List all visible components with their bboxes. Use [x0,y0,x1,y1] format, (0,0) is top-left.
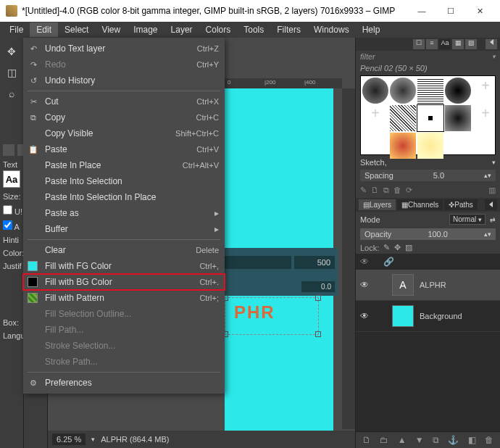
lock-pixels-icon[interactable]: ✎ [383,243,390,252]
menu-stroke-selection[interactable]: Stroke Selection... [23,338,225,354]
tab-gradients-icon[interactable]: ≡ [426,39,438,49]
menu-edit[interactable]: Edit [30,22,58,37]
font-size-field[interactable]: 500 [294,256,335,269]
spacing-stepper-icon[interactable]: ▴▾ [484,172,491,179]
lower-layer-icon[interactable]: ▼ [415,435,424,445]
raise-layer-icon[interactable]: ▲ [398,435,407,445]
mask-layer-icon[interactable]: ◧ [468,435,476,445]
use-editor-checkbox[interactable] [3,205,12,215]
opacity-stepper-icon[interactable]: ▴▾ [484,231,491,238]
mode-select[interactable]: Normal ▾ [449,214,486,225]
brush-thumb-selected[interactable] [417,105,443,131]
close-button[interactable]: ✕ [465,0,494,22]
zoom-field[interactable]: 6.25 % [52,434,86,445]
font-preview[interactable]: Aa [3,170,20,188]
menu-fill-path[interactable]: Fill Path... [23,322,225,338]
eye-icon[interactable]: 👁 [360,311,370,321]
menu-redo[interactable]: ↷RedoCtrl+Y [23,57,225,72]
brush-add-icon[interactable]: + [472,105,499,131]
merge-layer-icon[interactable]: ⚓ [448,435,459,445]
crop-tool-icon[interactable]: ◫ [1,62,22,83]
menu-undo-history[interactable]: ↺Undo History [23,72,225,88]
move-tool-icon[interactable]: ✥ [1,41,22,62]
menu-paste-into-selection-in-place[interactable]: Paste Into Selection In Place [23,189,225,205]
layer-group-icon[interactable]: 🗀 [380,435,388,445]
menu-copy[interactable]: ⧉CopyCtrl+C [23,109,225,125]
brush-add-icon[interactable]: + [362,105,388,131]
menu-paste-as[interactable]: Paste as▸ [23,205,225,221]
mode-switch-icon[interactable]: ⇄ [490,216,496,223]
brush-thumb[interactable] [417,78,443,104]
refresh-brush-icon[interactable]: ⟳ [406,186,412,195]
minimize-button[interactable]: — [407,0,436,22]
menu-preferences[interactable]: ⚙Preferences [23,375,225,391]
menu-colors[interactable]: Colors [199,22,238,37]
menu-cut[interactable]: ✂CutCtrl+X [23,94,225,109]
brush-thumb[interactable] [417,133,443,159]
text-layer-box[interactable]: PHR [225,297,319,335]
spacing-slider[interactable]: Spacing 5.0 ▴▾ [360,170,496,181]
delete-brush-icon[interactable]: 🗑 [393,186,401,195]
menu-clear[interactable]: ClearDelete [23,242,225,258]
menu-undo[interactable]: ↶Undo Text layerCtrl+Z [23,41,225,57]
layer-item-alphr[interactable]: 👁 A ALPHR [356,270,500,301]
menu-help[interactable]: Help [356,22,387,37]
chevron-down-icon[interactable]: ▾ [492,159,496,166]
open-as-image-icon[interactable]: ▥ [488,186,496,195]
duplicate-brush-icon[interactable]: ⧉ [383,186,389,195]
brush-thumb[interactable] [445,78,471,104]
brush-grid[interactable]: + + + [360,75,496,155]
delete-layer-icon[interactable]: 🗑 [485,435,493,445]
tab-paths[interactable]: ✜Paths [444,199,478,210]
tab-history-icon[interactable]: ▦ [452,39,464,49]
brush-thumb[interactable] [390,133,416,159]
scrollbar-vertical[interactable] [342,88,355,429]
brush-add-icon[interactable]: + [472,78,499,104]
brush-thumb[interactable] [390,78,416,104]
brush-filter-input[interactable]: filter [360,52,375,61]
brush-thumb[interactable] [390,105,416,131]
maximize-button[interactable]: ☐ [436,0,465,22]
chevron-down-icon[interactable]: ▾ [91,436,95,443]
opacity-slider[interactable]: Opacity 100.0 ▴▾ [360,228,496,240]
lock-alpha-icon[interactable]: ▨ [405,243,412,252]
menu-fill-pattern[interactable]: Fill with PatternCtrl+; [23,290,225,306]
menu-copy-visible[interactable]: Copy VisibleShift+Ctrl+C [23,125,225,141]
eye-icon[interactable]: 👁 [360,280,370,290]
tab-fonts-icon[interactable]: Aa [439,39,451,49]
duplicate-layer-icon[interactable]: ⧉ [433,435,439,445]
chevron-down-icon[interactable]: ▾ [492,53,496,60]
handle-icon[interactable] [315,331,321,337]
text-tool-icon[interactable]: ⌕ [1,83,22,104]
tab-brushes-icon[interactable]: ▨ [465,39,477,49]
menu-layer[interactable]: Layer [164,22,199,37]
menu-image[interactable]: Image [127,22,164,37]
lock-position-icon[interactable]: ✥ [394,243,401,252]
menu-fill-bg[interactable]: Fill with BG ColorCtrl+. [23,274,225,290]
menu-filters[interactable]: Filters [270,22,307,37]
menu-paste-in-place[interactable]: Paste In PlaceCtrl+Alt+V [23,157,225,173]
menu-fill-selection-outline[interactable]: Fill Selection Outline... [23,306,225,322]
brush-category[interactable]: Sketch, [360,158,387,167]
new-layer-icon[interactable]: 🗋 [362,435,371,445]
brush-thumb[interactable] [445,105,471,131]
kerning-field[interactable]: 0.0 [301,281,335,292]
layer-item-background[interactable]: 👁 Background [356,301,500,332]
menu-stroke-path[interactable]: Stroke Path... [23,354,225,370]
menu-file[interactable]: File [3,22,30,37]
tab-layers[interactable]: ▤Layers [359,199,396,210]
tool-options-tab-icon[interactable] [3,144,14,156]
menu-windows[interactable]: Windows [307,22,356,37]
menu-buffer[interactable]: Buffer▸ [23,221,225,237]
handle-icon[interactable] [315,295,321,301]
menu-tools[interactable]: Tools [237,22,270,37]
text-content[interactable]: PHR [225,298,318,323]
tab-patterns-icon[interactable]: ☐ [413,39,425,49]
menu-paste-into-selection[interactable]: Paste Into Selection [23,173,225,189]
layer-name[interactable]: ALPHR [420,281,446,289]
new-brush-icon[interactable]: 🗋 [371,186,379,195]
menu-select[interactable]: Select [58,22,95,37]
menu-paste[interactable]: 📋PasteCtrl+V [23,141,225,157]
layer-name[interactable]: Background [420,312,462,320]
brush-thumb[interactable] [362,78,388,104]
